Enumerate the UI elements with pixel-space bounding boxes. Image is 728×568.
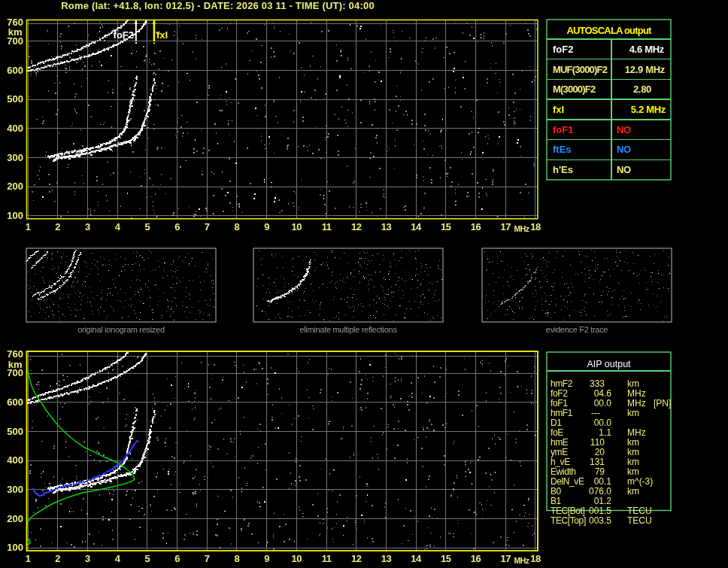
svg-text:100: 100 — [7, 210, 23, 221]
svg-text:7: 7 — [205, 553, 210, 564]
svg-text:MHz: MHz — [627, 398, 646, 409]
svg-text:700: 700 — [7, 35, 23, 47]
svg-text:076.0: 076.0 — [589, 486, 611, 497]
svg-text:M(3000)F2: M(3000)F2 — [553, 84, 596, 95]
svg-text:original ionogram resized: original ionogram resized — [77, 325, 165, 334]
svg-text:MHz: MHz — [627, 388, 646, 399]
svg-text:B1: B1 — [551, 496, 562, 506]
svg-text:10: 10 — [292, 553, 302, 564]
svg-text:17: 17 — [500, 553, 511, 564]
svg-text:TEC[Top]: TEC[Top] — [551, 515, 586, 526]
svg-text:foE: foE — [551, 427, 563, 438]
svg-text:9: 9 — [264, 221, 269, 232]
svg-text:6: 6 — [174, 221, 180, 232]
svg-text:TEC[Bot]: TEC[Bot] — [551, 506, 585, 516]
svg-text:km: km — [627, 408, 639, 418]
svg-text:300: 300 — [7, 484, 23, 495]
svg-text:ftEs: ftEs — [553, 144, 572, 155]
svg-text:600: 600 — [7, 65, 23, 76]
svg-text:km: km — [627, 457, 639, 467]
svg-text:foF2: foF2 — [553, 44, 573, 55]
svg-text:500: 500 — [7, 93, 23, 105]
svg-text:333: 333 — [590, 378, 605, 389]
svg-text:NO: NO — [617, 164, 631, 175]
svg-text:5.2 MHz: 5.2 MHz — [631, 104, 666, 115]
svg-text:200: 200 — [7, 181, 23, 192]
svg-text:---: --- — [591, 408, 600, 418]
svg-text:km: km — [627, 486, 639, 497]
svg-text:4.6 MHz: 4.6 MHz — [629, 44, 665, 55]
svg-text:km: km — [627, 447, 639, 457]
svg-text:2.80: 2.80 — [633, 84, 651, 95]
svg-text:00.1: 00.1 — [594, 476, 612, 487]
svg-text:16: 16 — [471, 221, 481, 232]
svg-text:foF1: foF1 — [553, 124, 573, 135]
svg-text:MHz: MHz — [514, 224, 529, 233]
svg-text:11: 11 — [322, 553, 332, 564]
svg-text:NO: NO — [617, 144, 631, 155]
svg-text:AUTOSCALA output: AUTOSCALA output — [566, 25, 652, 36]
svg-text:110: 110 — [590, 437, 605, 448]
svg-text:m^(-3): m^(-3) — [627, 476, 653, 487]
svg-text:h_vE: h_vE — [551, 457, 570, 467]
svg-text:79: 79 — [595, 466, 605, 477]
svg-text:200: 200 — [7, 513, 23, 524]
svg-text:hmF2: hmF2 — [551, 378, 573, 389]
svg-text:00.0: 00.0 — [594, 398, 612, 409]
svg-text:12: 12 — [351, 221, 362, 232]
svg-text:400: 400 — [7, 454, 23, 466]
svg-text:1: 1 — [26, 553, 31, 564]
svg-text:003.5: 003.5 — [589, 515, 611, 526]
svg-text:ymE: ymE — [551, 447, 568, 457]
svg-text:fxI: fxI — [553, 104, 564, 115]
svg-text:B0: B0 — [551, 486, 562, 497]
svg-text:5: 5 — [144, 221, 150, 232]
svg-text:11: 11 — [322, 221, 332, 232]
svg-text:12.9 MHz: 12.9 MHz — [625, 64, 666, 75]
svg-text:Rome (lat: +41.8, lon: 012.5): Rome (lat: +41.8, lon: 012.5) - DATE: 20… — [61, 0, 375, 11]
svg-text:14: 14 — [411, 221, 422, 232]
svg-text:300: 300 — [7, 152, 23, 163]
svg-text:h'Es: h'Es — [553, 164, 573, 175]
svg-text:km: km — [627, 466, 639, 477]
svg-text:15: 15 — [441, 553, 451, 564]
svg-text:MUF(3000)F2: MUF(3000)F2 — [553, 64, 608, 75]
svg-text:600: 600 — [7, 396, 23, 408]
svg-text:evidence F2 trace: evidence F2 trace — [546, 325, 608, 334]
svg-text:MHz: MHz — [627, 427, 646, 438]
svg-text:hmE: hmE — [551, 437, 569, 448]
svg-text:2: 2 — [55, 553, 60, 564]
svg-text:13: 13 — [381, 221, 392, 232]
svg-text:2: 2 — [55, 221, 60, 232]
svg-text:00.0: 00.0 — [594, 418, 612, 428]
svg-text:9: 9 — [264, 553, 269, 564]
svg-text:131: 131 — [590, 457, 605, 467]
svg-text:13: 13 — [381, 553, 392, 564]
svg-text:400: 400 — [7, 123, 23, 134]
svg-text:4: 4 — [115, 221, 121, 232]
svg-text:01.2: 01.2 — [594, 496, 612, 506]
svg-text:TECU: TECU — [627, 506, 652, 516]
svg-text:3: 3 — [85, 221, 90, 232]
svg-text:hmF1: hmF1 — [551, 408, 573, 418]
svg-text:1.1: 1.1 — [599, 427, 611, 438]
svg-text:500: 500 — [7, 426, 23, 437]
svg-text:km: km — [627, 437, 639, 448]
svg-text:15: 15 — [441, 221, 451, 232]
svg-text:D1: D1 — [551, 418, 562, 428]
svg-text:foF2: foF2 — [114, 29, 134, 41]
svg-text:NO: NO — [617, 124, 631, 135]
svg-text:MHz: MHz — [514, 556, 529, 565]
svg-text:14: 14 — [411, 553, 422, 564]
svg-text:DelN_vE: DelN_vE — [551, 476, 584, 487]
svg-text:4: 4 — [115, 553, 121, 564]
svg-text:1: 1 — [26, 221, 31, 232]
svg-text:18: 18 — [530, 221, 541, 232]
svg-text:eliminate multiple reflections: eliminate multiple reflections — [299, 325, 397, 334]
svg-text:8: 8 — [235, 553, 240, 564]
svg-text:8: 8 — [235, 221, 240, 232]
svg-text:20: 20 — [595, 447, 605, 457]
svg-text:7: 7 — [205, 221, 210, 232]
svg-text:12: 12 — [351, 553, 362, 564]
svg-text:[PN]: [PN] — [654, 398, 671, 409]
